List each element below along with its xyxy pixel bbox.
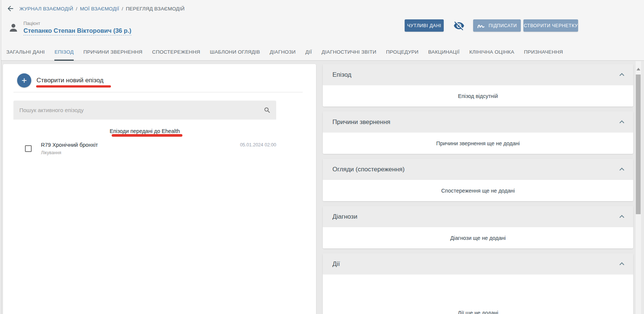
window-edge [0,0,1,314]
card-empty-text: Дії ще не додані [323,275,633,314]
breadcrumb-link-journal[interactable]: ЖУРНАЛ ВЗАЄМОДІЙ [19,6,73,12]
card-empty-text: Причини звернення ще не додані [323,133,633,154]
search-icon[interactable] [264,107,271,114]
tab-vaccinations[interactable]: ВАКЦИНАЦІЇ [428,44,459,61]
episode-checkbox[interactable] [25,145,32,152]
card-observations: Огляди (спостереження) Спостереження ще … [323,159,633,201]
chevron-up-icon[interactable] [619,262,624,267]
card-encounter-reasons: Причини звернення Причини звернення ще н… [323,111,633,154]
card-observations-header[interactable]: Огляди (спостереження) [323,159,633,180]
scrollbar-thumb[interactable] [636,74,641,214]
back-arrow-icon[interactable] [6,4,15,13]
card-title: Причини звернення [332,118,620,126]
sign-button[interactable]: ПІДПИСАТИ [473,19,521,32]
red-underline-annotation [36,85,111,88]
plus-icon[interactable]: + [17,73,31,88]
card-title: Дії [332,260,620,268]
card-title: Діагнози [332,213,620,221]
breadcrumb-separator: / [122,6,123,12]
card-title: Огляди (спостереження) [332,166,620,173]
patient-label: Пацієнт [23,21,131,26]
breadcrumb-link-my-interactions[interactable]: МОЇ ВЗАЄМОДІЇ [80,6,119,12]
breadcrumb-current: ПЕРЕГЛЯД ВЗАЄМОДІЙ [126,6,185,12]
content-area: + Створити новий епізод Епізоди передані… [0,61,644,314]
tab-actions[interactable]: ДІЇ [305,44,312,61]
scrollbar[interactable] [635,61,641,314]
episode-list-panel: + Створити новий епізод Епізоди передані… [3,64,316,314]
person-icon [8,22,19,34]
patient-name-link[interactable]: Степанко Степан Вікторович (36 р.) [23,27,131,35]
tab-general-data[interactable]: ЗАГАЛЬНІ ДАНІ [6,44,45,61]
tab-prescriptions[interactable]: ПРИЗНАЧЕННЯ [524,44,563,61]
episode-date: 05.01.2024 02:00 [240,142,276,148]
tab-clinical-assessment[interactable]: КЛІНІЧНА ОЦІНКА [469,44,514,61]
card-episode: Епізод Епізод відсутній [323,64,633,107]
red-underline-annotation [112,134,182,137]
card-episode-header[interactable]: Епізод [323,64,633,85]
card-empty-text: Діагнози ще не додані [323,227,633,248]
card-diagnoses: Діагнози Діагнози ще не додані [323,206,633,248]
scroll-up-arrow-icon[interactable] [637,68,640,70]
visibility-off-icon[interactable] [453,20,465,31]
episode-title: R79 Хронічний бронхіт [41,142,98,148]
tab-bar: ЗАГАЛЬНІ ДАНІ ЕПІЗОД ПРИЧИНИ ЗВЕРНЕННЯ С… [0,44,644,61]
card-diagnoses-header[interactable]: Діагнози [323,206,633,227]
card-empty-text: Спостереження ще не додані [323,180,633,201]
card-actions-header[interactable]: Дії [323,253,633,275]
episode-care-type: Лікування [41,150,61,155]
page-header: ЖУРНАЛ ВЗАЄМОДІЙ / МОЇ ВЗАЄМОДІЇ / ПЕРЕГ… [0,0,644,61]
sign-button-label: ПІДПИСАТИ [488,23,517,28]
episode-search-box [13,101,276,120]
tab-episode[interactable]: ЕПІЗОД [54,44,74,61]
breadcrumb-row: ЖУРНАЛ ВЗАЄМОДІЙ / МОЇ ВЗАЄМОДІЇ / ПЕРЕГ… [6,4,185,13]
tab-exam-templates[interactable]: ШАБЛОНИ ОГЛЯДІВ [210,44,260,61]
summary-column: Епізод Епізод відсутній Причини зверненн… [323,64,633,314]
chevron-up-icon[interactable] [619,73,624,78]
card-actions: Дії Дії ще не додані [323,253,633,314]
episode-search-input[interactable] [19,107,264,113]
tab-procedures[interactable]: ПРОЦЕДУРИ [386,44,418,61]
chevron-up-icon[interactable] [619,120,624,125]
chevron-up-icon[interactable] [619,168,624,172]
card-title: Епізод [332,71,620,79]
create-draft-button[interactable]: СТВОРИТИ ЧЕРНЕТКУ [523,19,578,32]
chevron-up-icon[interactable] [619,215,624,220]
signature-icon [477,22,485,29]
breadcrumb-separator: / [76,6,77,12]
tab-diagnoses[interactable]: ДІАГНОЗИ [270,44,296,61]
patient-interaction-page: ЖУРНАЛ ВЗАЄМОДІЙ / МОЇ ВЗАЄМОДІЇ / ПЕРЕГ… [0,0,644,314]
create-new-episode-link[interactable]: Створити новий епізод [36,77,103,84]
sensitive-data-button[interactable]: ЧУТЛИВІ ДАНІ [405,19,444,32]
card-encounter-reasons-header[interactable]: Причини звернення [323,111,633,133]
divider [13,92,303,92]
tab-diagnostic-reports[interactable]: ДІАГНОСТИЧНІ ЗВІТИ [322,44,376,61]
transferred-episodes-heading: Епізоди передані до Ehealth [13,128,276,134]
episode-list-item[interactable]: R79 Хронічний бронхіт Лікування 05.01.20… [13,140,276,158]
breadcrumb: ЖУРНАЛ ВЗАЄМОДІЙ / МОЇ ВЗАЄМОДІЇ / ПЕРЕГ… [19,6,185,12]
tab-encounter-reasons[interactable]: ПРИЧИНИ ЗВЕРНЕННЯ [83,44,143,61]
patient-info: Пацієнт Степанко Степан Вікторович (36 р… [8,21,131,34]
card-empty-text: Епізод відсутній [323,85,633,107]
tab-observations[interactable]: СПОСТЕРЕЖЕННЯ [152,44,200,61]
